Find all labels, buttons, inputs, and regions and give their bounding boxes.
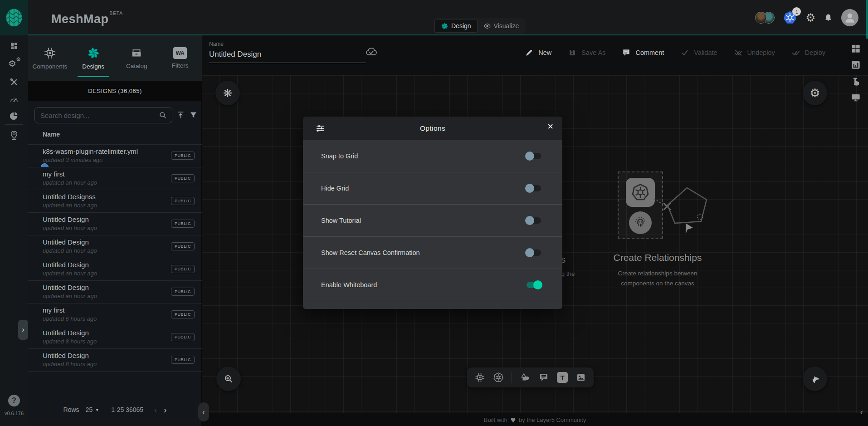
list-end-divider xyxy=(28,371,202,372)
tab-filters[interactable]: WA Filters xyxy=(158,35,202,81)
undeploy-button[interactable]: Undeploy xyxy=(734,48,775,57)
footer-text-suffix: by the Layer5 Community xyxy=(519,416,586,423)
dock-panel-chart-icon[interactable] xyxy=(849,59,862,71)
expand-right-panel-handle[interactable]: ‹ xyxy=(856,402,867,421)
design-visibility-badge: PUBLIC xyxy=(171,356,195,364)
design-search-input[interactable] xyxy=(39,111,158,120)
designs-panel: Components Designs Catalog WA Filters DE… xyxy=(28,35,202,426)
nav-dashboard-icon[interactable] xyxy=(0,41,28,51)
design-list-item[interactable]: Untitled Design updated an hour ago PUBL… xyxy=(28,212,202,235)
validate-button[interactable]: Validate xyxy=(680,48,717,57)
settings-gear-icon[interactable]: ⚙ xyxy=(805,12,815,23)
tab-catalog-label: Catalog xyxy=(126,63,147,69)
tab-filters-label: Filters xyxy=(172,62,189,69)
option-toggle[interactable] xyxy=(525,216,542,225)
help-button[interactable]: ? xyxy=(0,395,28,406)
search-icon[interactable] xyxy=(158,111,167,120)
dock-kubernetes-icon[interactable] xyxy=(493,372,504,383)
dock-components-icon[interactable] xyxy=(474,372,485,383)
comment-button[interactable]: Comment xyxy=(622,48,664,57)
design-updated: updated an hour ago xyxy=(43,270,97,277)
collaborator-avatars[interactable] xyxy=(755,12,775,24)
tab-components[interactable]: Components xyxy=(28,35,72,81)
design-list-item[interactable]: Untitled Design updated an hour ago PUBL… xyxy=(28,280,202,303)
components-icon xyxy=(43,46,57,60)
navigation-rail: ⚙⚙ ? v0.6.176 xyxy=(0,35,28,426)
tab-design-label: Design xyxy=(451,22,471,29)
previous-page-button[interactable]: ‹ xyxy=(154,405,157,414)
header-actions: 1 ⚙ xyxy=(755,0,858,35)
dock-text-tool-icon[interactable]: T xyxy=(557,372,568,383)
design-list-item[interactable]: Untitled Design updated 8 hours ago PUBL… xyxy=(28,326,202,348)
eye-icon xyxy=(483,22,491,30)
canvas-gear-button[interactable]: ⚙ xyxy=(803,81,827,105)
zoom-in-button[interactable] xyxy=(216,367,241,391)
dock-comment-icon[interactable] xyxy=(538,372,549,383)
collapse-panel-handle[interactable]: ‹ xyxy=(198,402,209,421)
expand-rail-button[interactable]: › xyxy=(18,320,28,340)
meshmap-app: MeshMapBETA Design Visualize 1 ⚙ xyxy=(0,0,868,426)
design-name-input[interactable] xyxy=(209,47,366,63)
design-list-item[interactable]: Untitled Designss updated an hour ago PU… xyxy=(28,190,202,212)
design-list-item[interactable]: Untitled Design updated an hour ago PUBL… xyxy=(28,235,202,258)
pagination: Rows 25 ▾ 1-25 36065 ‹ › xyxy=(28,402,202,417)
user-avatar[interactable] xyxy=(841,9,858,26)
filter-funnel-icon[interactable] xyxy=(189,110,198,120)
beta-tag: BETA xyxy=(110,11,123,16)
new-button-label: New xyxy=(538,49,551,56)
dock-panel-touch-icon[interactable] xyxy=(849,75,862,87)
design-list-item[interactable]: Untitled Design updated 8 hours ago PUBL… xyxy=(28,348,202,371)
nav-performance-icon[interactable] xyxy=(0,94,28,104)
nav-meshmap-pin-icon[interactable] xyxy=(0,130,28,141)
nav-lifecycle-icon[interactable]: ⚙⚙ xyxy=(0,58,28,70)
undeploy-icon xyxy=(734,48,743,57)
design-list-item[interactable]: k8s-wasm-plugin-ratelimiter.yml updated … xyxy=(28,144,202,167)
dock-panel-monitor-icon[interactable] xyxy=(849,92,862,103)
design-visibility-badge: PUBLIC xyxy=(171,174,195,182)
new-button[interactable]: New xyxy=(525,48,551,57)
design-list-item[interactable]: Untitled Design updated an hour ago PUBL… xyxy=(28,258,202,280)
nav-extensions-icon[interactable] xyxy=(0,111,28,121)
hint-wasm-squid-icon xyxy=(629,211,652,234)
dock-panel-grid-icon[interactable] xyxy=(849,43,862,54)
tab-designs[interactable]: Designs xyxy=(72,35,115,81)
dove-button[interactable] xyxy=(803,367,827,391)
option-toggle[interactable] xyxy=(525,248,542,257)
design-updated: updated an hour ago xyxy=(43,225,97,231)
options-modal: Options × Snap to Grid Hide Grid Show Tu… xyxy=(303,117,562,309)
tab-design[interactable]: Design xyxy=(434,19,478,33)
design-visibility-badge: PUBLIC xyxy=(171,310,195,318)
save-as-button[interactable]: Save As xyxy=(568,48,605,57)
import-design-icon[interactable] xyxy=(176,110,185,120)
tab-visualize[interactable]: Visualize xyxy=(478,19,525,33)
next-page-button[interactable]: › xyxy=(164,405,167,414)
dock-shapes-icon[interactable] xyxy=(520,372,531,383)
notifications-bell-icon[interactable] xyxy=(823,13,834,23)
option-toggle[interactable] xyxy=(525,152,542,161)
layer5-logo[interactable] xyxy=(0,0,28,35)
design-name: Untitled Design xyxy=(43,352,89,359)
tab-catalog[interactable]: Catalog xyxy=(115,35,159,81)
comment-icon xyxy=(622,48,631,57)
rows-per-page-select[interactable]: 25 ▾ xyxy=(86,406,99,413)
kubernetes-context-button[interactable]: 1 xyxy=(782,10,798,25)
design-search xyxy=(34,107,172,123)
hint-title: Create Relationships xyxy=(576,252,739,263)
dock-image-icon[interactable] xyxy=(575,372,586,383)
deploy-button[interactable]: Deploy xyxy=(791,48,825,57)
rows-label: Rows xyxy=(63,406,79,413)
design-visibility-badge: PUBLIC xyxy=(171,220,195,228)
design-list-item[interactable]: my first updated 6 hours ago PUBLIC xyxy=(28,303,202,326)
option-toggle[interactable] xyxy=(525,280,542,289)
design-updated: updated 8 hours ago xyxy=(43,338,97,345)
canvas-settings-button[interactable] xyxy=(215,81,240,105)
option-toggle[interactable] xyxy=(525,184,542,193)
design-visibility-badge: PUBLIC xyxy=(171,242,195,250)
nav-configuration-icon[interactable] xyxy=(0,77,28,87)
panel-tabs: Components Designs Catalog WA Filters xyxy=(28,35,202,81)
option-row: Hide Grid xyxy=(303,172,562,205)
cloud-saved-icon xyxy=(365,45,378,58)
design-list-item[interactable]: my first updated an hour ago PUBLIC xyxy=(28,167,202,190)
option-row: Show Tutorial xyxy=(303,205,562,237)
close-icon[interactable]: × xyxy=(547,122,553,132)
